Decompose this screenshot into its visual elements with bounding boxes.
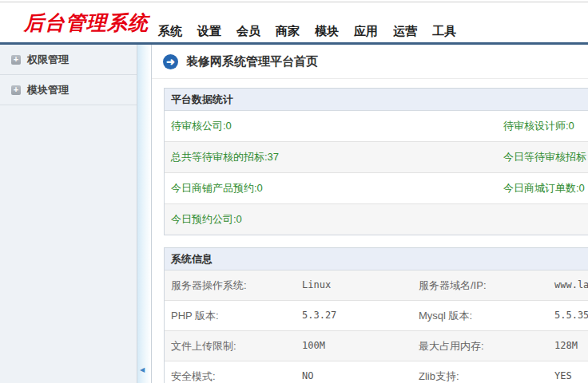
plus-box-icon: + (11, 85, 21, 95)
system-info-row: 文件上传限制: 100M 最大占用内存: 128M (165, 330, 588, 361)
nav-item-operation[interactable]: 运营 (393, 24, 417, 39)
stats-panel-title: 平台数据统计 (165, 89, 588, 111)
nav-item-app[interactable]: 应用 (354, 24, 378, 39)
stat-today-mall-orders: 今日商城订单数:0 (503, 173, 585, 203)
nav-item-system[interactable]: 系统 (158, 24, 182, 39)
value-upload-limit: 100M (302, 331, 325, 361)
value-server-os: Linux (302, 270, 331, 300)
system-info-row: 安全模式: NO Zlib支持: YES (165, 361, 588, 383)
stat-pending-designers: 待审核设计师:0 (503, 111, 574, 141)
nav-item-module[interactable]: 模块 (315, 24, 339, 39)
sidebar-item-module-management[interactable]: + 模块管理 (0, 75, 137, 105)
page-title-bar: ➜ 装修网系统管理平台首页 (152, 45, 588, 79)
system-info-panel: 系统信息 服务器操作系统: Linux 服务器域名/IP: www.laj PH… (164, 247, 588, 383)
label-server-os: 服务器操作系统: (171, 270, 247, 300)
stat-total-pending-tenders: 总共等待审核的招标:37 (171, 142, 279, 172)
stats-panel: 平台数据统计 待审核公司:0 待审核设计师:0 总共等待审核的招标:37 今日等… (164, 88, 588, 235)
value-max-memory: 128M (554, 331, 578, 361)
nav-item-member[interactable]: 会员 (236, 24, 260, 39)
nav-item-tools[interactable]: 工具 (432, 24, 456, 39)
plus-box-icon: + (11, 55, 21, 65)
value-mysql-version: 5.5.35. (554, 301, 588, 330)
label-upload-limit: 文件上传限制: (171, 331, 236, 361)
stat-row: 总共等待审核的招标:37 今日等待审核招标 (165, 141, 588, 172)
sidebar-item-label: 模块管理 (27, 83, 69, 97)
system-info-title: 系统信息 (165, 248, 588, 270)
label-mysql-version: Mysql 版本: (419, 301, 472, 330)
sidebar-item-permission-management[interactable]: + 权限管理 (0, 45, 137, 75)
stat-today-booked-companies: 今日预约公司:0 (171, 204, 242, 235)
sidebar: + 权限管理 + 模块管理 (0, 45, 137, 383)
label-php-version: PHP 版本: (171, 301, 219, 330)
value-php-version: 5.3.27 (302, 301, 336, 330)
nav-item-settings[interactable]: 设置 (197, 24, 221, 39)
label-safe-mode: 安全模式: (171, 361, 216, 383)
app-logo: 后台管理系统 (24, 10, 152, 36)
label-server-domain: 服务器域名/IP: (419, 270, 487, 300)
nav-item-merchant[interactable]: 商家 (276, 24, 300, 39)
collapse-arrow-icon[interactable]: ◀ (140, 367, 145, 373)
value-server-domain: www.laj (554, 270, 588, 300)
app-header: 后台管理系统 系统 设置 会员 商家 模块 应用 运营 工具 (0, 2, 588, 45)
stat-today-shop-bookings: 今日商铺产品预约:0 (171, 173, 263, 203)
sidebar-item-label: 权限管理 (27, 53, 69, 67)
value-zlib-support: YES (554, 361, 572, 383)
sidebar-splitter[interactable]: ◀ (137, 45, 152, 383)
stat-today-pending-tenders: 今日等待审核招标 (503, 142, 586, 172)
system-info-row: PHP 版本: 5.3.27 Mysql 版本: 5.5.35. (165, 300, 588, 330)
top-nav: 系统 设置 会员 商家 模块 应用 运营 工具 (158, 24, 456, 42)
stat-row: 今日商铺产品预约:0 今日商城订单数:0 (165, 172, 588, 203)
label-max-memory: 最大占用内存: (419, 331, 484, 361)
main-content: ➜ 装修网系统管理平台首页 平台数据统计 待审核公司:0 待审核设计师:0 总共… (152, 45, 588, 383)
stat-row: 今日预约公司:0 (165, 203, 588, 235)
arrow-circle-icon: ➜ (163, 54, 178, 69)
value-safe-mode: NO (302, 361, 313, 383)
system-info-row: 服务器操作系统: Linux 服务器域名/IP: www.laj (165, 270, 588, 300)
page-title: 装修网系统管理平台首页 (186, 54, 318, 69)
stat-row: 待审核公司:0 待审核设计师:0 (165, 111, 588, 141)
body-layout: + 权限管理 + 模块管理 ◀ ➜ 装修网系统管理平台首页 平台数据统计 待审核… (0, 45, 588, 383)
label-zlib-support: Zlib支持: (419, 361, 459, 383)
stat-pending-companies: 待审核公司:0 (171, 111, 232, 141)
